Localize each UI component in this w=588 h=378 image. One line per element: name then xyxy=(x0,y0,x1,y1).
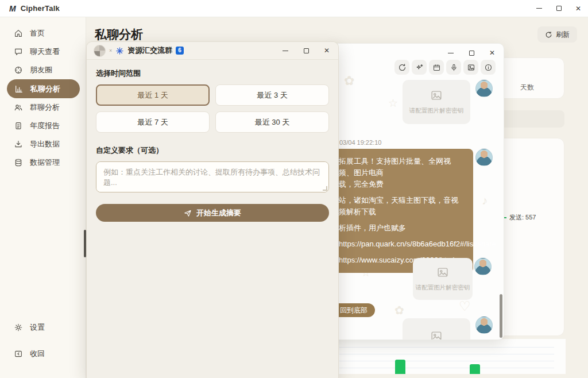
image-icon[interactable] xyxy=(463,60,478,75)
sidebar-item-private-analysis[interactable]: 私聊分析 xyxy=(7,79,80,98)
image-placeholder-icon xyxy=(430,330,443,341)
home-icon xyxy=(14,29,23,38)
sidebar-item-chat-view[interactable]: 聊天查看 xyxy=(0,43,86,61)
sidebar-item-label: 群聊分析 xyxy=(30,102,60,113)
avatar[interactable] xyxy=(474,258,492,275)
time-option-7days[interactable]: 最近 7 天 xyxy=(96,111,210,133)
custom-requirement-wrap xyxy=(96,161,329,194)
minimize-icon[interactable] xyxy=(446,48,455,57)
app-window: M CipherTalk ✕ 首页 聊天查看 朋友圈 私聊分析 xyxy=(0,0,588,378)
info-icon[interactable] xyxy=(481,60,496,75)
titlebar: M CipherTalk ✕ xyxy=(0,0,588,17)
green-bar xyxy=(470,364,480,374)
time-option-30days[interactable]: 最近 30 天 xyxy=(215,111,329,133)
message-line: 载，完全免费 xyxy=(339,179,465,190)
report-icon xyxy=(14,121,23,130)
avatar[interactable] xyxy=(475,317,493,334)
encrypted-image-message[interactable]: 请配置图片解密密钥 xyxy=(403,80,470,124)
chat-toolbar xyxy=(394,60,496,75)
gridline xyxy=(339,361,554,361)
maximize-icon[interactable] xyxy=(467,48,476,57)
avatar[interactable] xyxy=(475,149,493,166)
generate-summary-label: 开始生成摘要 xyxy=(196,208,241,218)
chat-scrollbar[interactable] xyxy=(500,294,502,338)
doodle-star-icon: ☆ xyxy=(388,97,398,110)
microphone-icon[interactable] xyxy=(446,60,461,75)
sparkles-icon[interactable] xyxy=(412,60,427,75)
maximize-icon[interactable] xyxy=(549,0,568,17)
summary-dialog-header: × 资源汇交流群 6 ✕ xyxy=(87,42,338,60)
gridline xyxy=(339,368,554,368)
app-title: CipherTalk xyxy=(21,4,60,13)
message-line: 拓展工具！支持图片批量、全网视频、图片电商 xyxy=(339,156,465,179)
sidebar-item-label: 数据管理 xyxy=(30,157,60,168)
sidebar-item-label: 导出数据 xyxy=(30,139,60,149)
refresh-icon[interactable] xyxy=(394,60,409,75)
message-timestamp: 03/04 19:22:10 xyxy=(339,139,381,146)
sidebar-item-settings[interactable]: 设置 xyxy=(0,318,86,337)
chat-message-bubble: 拓展工具！支持图片批量、全网视频、图片电商 载，完全免费 站，诸如淘宝，天猫主图… xyxy=(331,149,473,273)
message-link[interactable]: https://pan.quark.cn/s/8b6a6edb16f2#/lis… xyxy=(339,238,465,250)
sidebar-nav: 首页 聊天查看 朋友圈 私聊分析 群聊分析 年度报告 xyxy=(0,24,86,172)
image-placeholder-icon xyxy=(436,266,449,279)
send-icon xyxy=(184,209,192,217)
sidebar-item-collapse[interactable]: 收回 xyxy=(0,345,86,363)
collapse-icon xyxy=(14,349,23,358)
close-icon[interactable]: ✕ xyxy=(322,46,331,55)
sidebar-item-label: 朋友圈 xyxy=(30,65,52,75)
generate-summary-button[interactable]: 开始生成摘要 xyxy=(96,204,329,222)
ai-snowflake-icon xyxy=(115,47,124,55)
app-logo-icon: M xyxy=(9,4,16,13)
header-separator: × xyxy=(109,48,112,53)
sidebar-item-moments[interactable]: 朋友圈 xyxy=(0,61,86,79)
sidebar-item-annual-report[interactable]: 年度报告 xyxy=(0,117,86,135)
sidebar-item-label: 聊天查看 xyxy=(30,47,60,57)
refresh-button[interactable]: 刷新 xyxy=(537,26,577,43)
bar-chart-icon xyxy=(14,84,24,94)
moments-icon xyxy=(14,65,23,75)
encrypted-image-message[interactable]: 请配置图片解密密钥 xyxy=(413,258,473,300)
maximize-icon[interactable] xyxy=(301,46,311,55)
doodle-heart-icon: ♡ xyxy=(459,299,471,314)
doodle-flower-icon: ✿ xyxy=(344,74,354,88)
image-placeholder-icon xyxy=(430,89,443,102)
page-title: 私聊分析 xyxy=(95,26,143,43)
stat-label: 天数 xyxy=(520,83,534,92)
resize-grip-icon[interactable] xyxy=(323,186,327,191)
sidebar-item-label: 收回 xyxy=(30,349,45,359)
sidebar-item-label: 私聊分析 xyxy=(30,84,60,94)
image-placeholder-label: 请配置图片解密密钥 xyxy=(416,284,470,292)
sidebar-item-home[interactable]: 首页 xyxy=(0,24,86,43)
minimize-icon[interactable] xyxy=(529,0,549,17)
export-icon xyxy=(14,140,23,149)
sidebar-item-label: 首页 xyxy=(30,28,45,38)
calendar-icon[interactable] xyxy=(429,60,444,75)
modal-edge-scrollbar[interactable] xyxy=(84,230,86,257)
minimize-icon[interactable] xyxy=(281,46,290,55)
gridline xyxy=(339,354,554,354)
database-icon xyxy=(14,158,23,167)
close-icon[interactable]: ✕ xyxy=(488,48,497,57)
green-bar xyxy=(395,360,405,374)
dialog-title: 资源汇交流群 xyxy=(127,45,172,56)
group-avatar[interactable] xyxy=(94,45,106,57)
sidebar-item-group-analysis[interactable]: 群聊分析 xyxy=(0,98,86,117)
sidebar-item-data-management[interactable]: 数据管理 xyxy=(0,153,86,172)
gridline xyxy=(339,347,554,348)
gear-icon xyxy=(14,323,23,332)
custom-requirement-label: 自定义要求（可选） xyxy=(96,145,329,156)
time-option-3days[interactable]: 最近 3 天 xyxy=(215,84,329,106)
close-icon[interactable]: ✕ xyxy=(568,0,588,17)
summary-dialog: × 资源汇交流群 6 ✕ 选择时间范围 最近 1 天 最近 3 天 最近 7 天… xyxy=(86,41,339,378)
sidebar-item-export-data[interactable]: 导出数据 xyxy=(0,135,86,153)
refresh-label: 刷新 xyxy=(556,30,570,40)
window-controls: ✕ xyxy=(529,0,588,17)
time-range-label: 选择时间范围 xyxy=(96,68,329,79)
sidebar-item-label: 年度报告 xyxy=(30,121,60,131)
bottom-bar-chart xyxy=(336,339,566,374)
sidebar: 首页 聊天查看 朋友圈 私聊分析 群聊分析 年度报告 xyxy=(0,17,86,378)
time-option-1day[interactable]: 最近 1 天 xyxy=(96,84,210,106)
avatar[interactable] xyxy=(475,80,493,97)
custom-requirement-input[interactable] xyxy=(96,161,329,192)
encrypted-image-message[interactable]: 请配置图片解密密钥 xyxy=(403,318,470,340)
